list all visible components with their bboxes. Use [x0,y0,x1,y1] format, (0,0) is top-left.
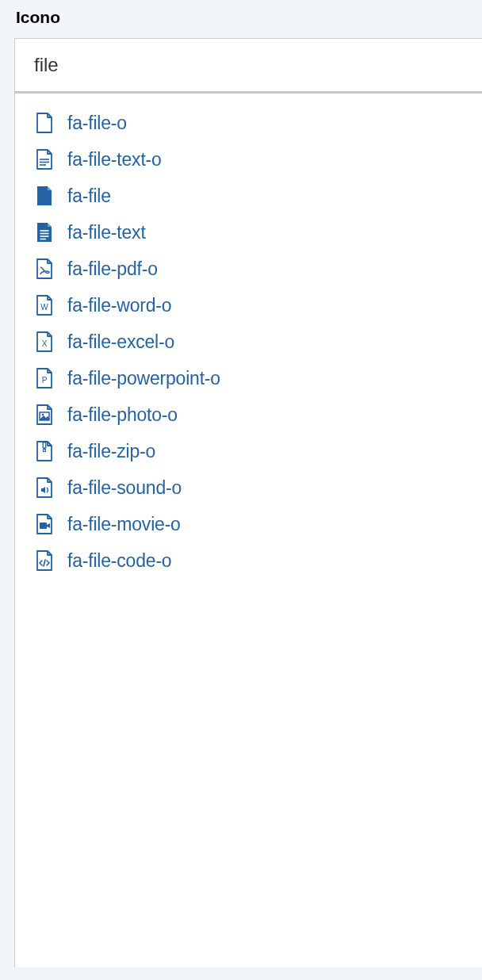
icon-option-label: fa-file-excel-o [67,331,174,353]
file-powerpoint-o-icon: P [33,367,56,389]
icon-option-file-code-o[interactable]: fa-file-code-o [33,542,482,579]
file-code-o-icon [33,549,56,572]
file-movie-o-icon [33,513,56,535]
icon-option-label: fa-file-zip-o [67,441,155,462]
file-word-o-icon: W [33,294,56,316]
icon-option-file-pdf-o[interactable]: fa-file-pdf-o [33,251,482,287]
file-zip-o-icon [33,440,56,462]
icon-option-file[interactable]: fa-file [33,178,482,214]
icon-option-file-o[interactable]: fa-file-o [33,105,482,141]
icon-option-label: fa-file-pdf-o [67,258,158,280]
file-photo-o-icon [33,404,56,426]
file-pdf-o-icon [33,258,56,280]
file-text-icon [33,221,56,243]
icon-option-label: fa-file-sound-o [67,477,182,499]
search-input[interactable] [33,53,482,77]
icon-picker-panel: fa-file-ofa-file-text-ofa-filefa-file-te… [14,38,482,967]
icon-option-label: fa-file-text [67,222,146,243]
svg-text:X: X [42,339,48,348]
icon-option-file-photo-o[interactable]: fa-file-photo-o [33,396,482,433]
icon-option-label: fa-file-photo-o [67,404,178,426]
icon-option-label: fa-file-code-o [67,550,171,572]
svg-line-16 [44,560,45,566]
search-row [15,39,482,94]
icon-option-label: fa-file [67,186,111,207]
file-icon [33,185,56,207]
icon-list: fa-file-ofa-file-text-ofa-filefa-file-te… [15,94,482,967]
icon-option-label: fa-file-text-o [67,149,162,170]
svg-point-11 [42,414,44,416]
icon-option-file-powerpoint-o[interactable]: Pfa-file-powerpoint-o [33,360,482,396]
icon-option-file-sound-o[interactable]: fa-file-sound-o [33,469,482,506]
svg-rect-12 [43,442,46,448]
svg-text:P: P [42,376,48,385]
svg-text:W: W [40,303,48,312]
svg-rect-15 [40,523,47,529]
icon-option-label: fa-file-powerpoint-o [67,368,220,389]
icon-option-file-movie-o[interactable]: fa-file-movie-o [33,506,482,542]
icon-option-label: fa-file-word-o [67,295,171,316]
icon-option-label: fa-file-movie-o [67,514,181,535]
file-text-o-icon [33,148,56,170]
file-excel-o-icon: X [33,331,56,353]
icon-option-file-zip-o[interactable]: fa-file-zip-o [33,433,482,469]
icon-option-file-text[interactable]: fa-file-text [33,214,482,251]
file-sound-o-icon [33,477,56,499]
icon-option-file-text-o[interactable]: fa-file-text-o [33,141,482,178]
column-header: Icono [0,0,482,38]
icon-option-file-word-o[interactable]: Wfa-file-word-o [33,287,482,323]
icon-option-file-excel-o[interactable]: Xfa-file-excel-o [33,323,482,360]
file-o-icon [33,112,56,134]
icon-option-label: fa-file-o [67,113,127,134]
